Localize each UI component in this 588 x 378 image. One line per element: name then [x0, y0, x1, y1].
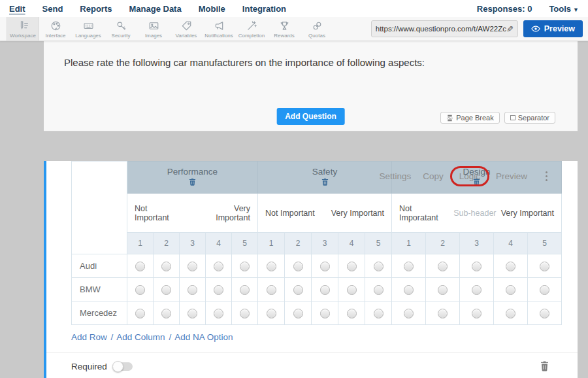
radio-button[interactable]	[374, 285, 384, 295]
question-settings-button[interactable]: Settings	[379, 171, 411, 181]
nav-manage-data[interactable]: Manage Data	[129, 4, 181, 14]
toolbar-item-quotas[interactable]: Quotas	[301, 17, 333, 41]
table-row: Mercedez	[72, 301, 562, 325]
radio-button[interactable]	[320, 309, 330, 318]
radio-button[interactable]	[404, 285, 414, 295]
question-preview-button[interactable]: Preview	[496, 171, 527, 181]
radio-button[interactable]	[472, 309, 482, 318]
delete-group-icon[interactable]	[321, 178, 329, 186]
radio-button[interactable]	[135, 285, 145, 295]
radio-cell	[494, 278, 528, 301]
radio-button[interactable]	[240, 285, 250, 295]
radio-button[interactable]	[404, 309, 414, 318]
radio-button[interactable]	[135, 262, 145, 271]
edit-url-icon[interactable]: ✎	[506, 24, 514, 34]
radio-button[interactable]	[374, 309, 384, 318]
radio-button[interactable]	[267, 309, 276, 318]
toolbar-item-variables[interactable]: Variables	[170, 17, 203, 41]
nav-mobile[interactable]: Mobile	[199, 4, 225, 14]
radio-button[interactable]	[347, 285, 357, 295]
responses-count: Responses: 0	[477, 4, 532, 14]
toolbar-item-interface[interactable]: Interface	[39, 17, 72, 41]
add-question-button[interactable]: Add Question	[276, 108, 345, 125]
radio-button[interactable]	[540, 309, 549, 318]
radio-button[interactable]	[188, 285, 197, 295]
radio-button[interactable]	[320, 262, 330, 271]
selected-question-block: Settings Copy Logic Preview Performance	[44, 161, 578, 378]
radio-button[interactable]	[472, 285, 482, 295]
page-break-button[interactable]: Page Break	[440, 112, 499, 124]
radio-button[interactable]	[540, 262, 549, 271]
subheader-design[interactable]: Not Imporatant Sub-header Very Important	[392, 194, 562, 233]
radio-cell	[494, 301, 528, 325]
nav-edit[interactable]: Edit	[9, 4, 25, 14]
scale-cell: 2	[285, 233, 312, 254]
nav-reports[interactable]: Reports	[80, 4, 112, 14]
radio-button[interactable]	[374, 262, 384, 271]
radio-button[interactable]	[506, 309, 515, 318]
radio-button[interactable]	[161, 285, 171, 295]
subheader-row: Not Important Very Important Not Importa…	[72, 194, 562, 233]
radio-button[interactable]	[135, 309, 145, 318]
nav-send[interactable]: Send	[42, 4, 63, 14]
radio-button[interactable]	[240, 309, 250, 318]
radio-button[interactable]	[293, 262, 303, 271]
preview-button[interactable]: Preview	[523, 20, 583, 37]
radio-button[interactable]	[506, 285, 515, 295]
question-title[interactable]: Please rate the following car manufactur…	[64, 57, 425, 68]
radio-button[interactable]	[347, 262, 357, 271]
question-logic-button[interactable]: Logic	[450, 166, 489, 186]
subheader-performance[interactable]: Not Important Very Important	[127, 194, 258, 233]
add-row-link[interactable]: Add Row	[71, 332, 107, 342]
radio-button[interactable]	[540, 285, 549, 295]
question-copy-button[interactable]: Copy	[423, 171, 444, 181]
toolbar-item-rewards[interactable]: Rewards	[268, 17, 301, 41]
scale-cell: 4	[338, 233, 365, 254]
toolbar-item-images[interactable]: Images	[137, 17, 170, 41]
radio-button[interactable]	[404, 262, 414, 271]
radio-cell	[365, 278, 392, 301]
anchor-label-left: Not Imporatant	[399, 204, 449, 222]
survey-url-input[interactable]	[376, 25, 506, 33]
radio-button[interactable]	[267, 262, 276, 271]
more-options-icon[interactable]	[544, 170, 549, 182]
toolbar-item-completion[interactable]: Completion	[235, 17, 268, 41]
tools-menu[interactable]: Tools▼	[549, 4, 579, 14]
radio-button[interactable]	[472, 262, 482, 271]
toolbar-item-workspace[interactable]: Workspace	[7, 17, 39, 41]
radio-button[interactable]	[188, 262, 197, 271]
radio-cell	[285, 254, 312, 278]
toolbar-item-languages[interactable]: Languages	[72, 17, 105, 41]
radio-button[interactable]	[161, 262, 171, 271]
radio-button[interactable]	[438, 262, 448, 271]
add-column-link[interactable]: Add Column	[116, 332, 165, 342]
radio-button[interactable]	[293, 309, 303, 318]
radio-button[interactable]	[293, 285, 303, 295]
add-na-option-link[interactable]: Add NA Option	[174, 332, 233, 342]
radio-cell	[206, 301, 232, 325]
toolbar-item-security[interactable]: Security	[105, 17, 137, 41]
delete-question-icon[interactable]	[540, 361, 549, 371]
radio-cell	[154, 278, 180, 301]
matrix-table: Performance Safety Design	[71, 161, 562, 325]
radio-button[interactable]	[506, 262, 515, 271]
radio-button[interactable]	[214, 285, 223, 295]
radio-button[interactable]	[214, 309, 223, 318]
separator-button[interactable]: Separator	[504, 112, 555, 124]
delete-group-icon[interactable]	[189, 178, 196, 186]
radio-button[interactable]	[438, 285, 448, 295]
toolbar-item-notifications[interactable]: Notifications	[203, 17, 235, 41]
scale-cell: 5	[232, 233, 258, 254]
subheader-safety[interactable]: Not Important Very Important	[258, 194, 392, 233]
radio-button[interactable]	[240, 262, 250, 271]
radio-button[interactable]	[438, 309, 448, 318]
scale-cell: 1	[127, 233, 154, 254]
radio-button[interactable]	[320, 285, 330, 295]
required-toggle[interactable]	[113, 362, 133, 371]
radio-button[interactable]	[347, 309, 357, 318]
radio-button[interactable]	[267, 285, 276, 295]
radio-button[interactable]	[188, 309, 197, 318]
radio-button[interactable]	[214, 262, 223, 271]
nav-integration[interactable]: Integration	[242, 4, 286, 14]
radio-button[interactable]	[161, 309, 171, 318]
